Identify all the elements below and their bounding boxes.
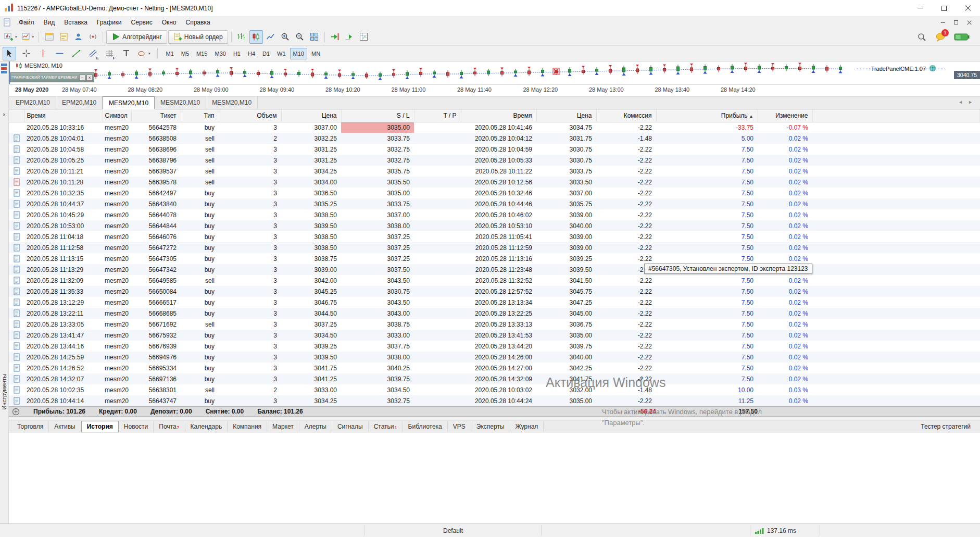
table-row[interactable]: 2020.05.28 11:35:33mesm2056650084buy3304… — [9, 286, 980, 297]
column-header[interactable]: Тикет — [131, 109, 181, 122]
table-row[interactable]: 2020.05.28 11:32:09mesm2056649585sell330… — [9, 275, 980, 286]
column-header[interactable]: Комиссия — [596, 109, 656, 122]
mdi-close-button[interactable] — [963, 18, 975, 27]
maximize-button[interactable] — [932, 0, 956, 16]
table-row[interactable]: 2020.05.28 10:02:35mesm2056638301sell230… — [9, 384, 980, 395]
toolbox-tab[interactable]: Активы — [49, 421, 81, 432]
chart-tab[interactable]: EPM20,M10 — [10, 96, 56, 109]
column-header[interactable]: Объем — [219, 109, 281, 122]
zoom-out-button[interactable] — [293, 30, 307, 44]
indicators-button[interactable] — [357, 30, 371, 44]
menu-item[interactable]: Файл — [14, 18, 39, 27]
search-button[interactable] — [915, 30, 928, 44]
table-row[interactable]: 2020.05.28 10:53:00mesm2056644844buy3303… — [9, 220, 980, 231]
strategy-tester-label[interactable]: Тестер стратегий — [921, 423, 980, 430]
timeframe-m5[interactable]: M5 — [178, 48, 192, 59]
column-header[interactable]: Цена — [281, 109, 341, 122]
timeframe-m15[interactable]: M15 — [193, 48, 210, 59]
table-row[interactable]: 2020.05.28 10:45:29mesm2056644078buy3303… — [9, 209, 980, 220]
table-row[interactable]: 2020.05.28 14:25:59mesm2056694976buy3303… — [9, 352, 980, 363]
chart-tab[interactable]: MESM20,M10 — [155, 96, 206, 109]
cursor-tool[interactable] — [3, 47, 16, 60]
close-button[interactable] — [956, 0, 980, 16]
channel-tool[interactable]: E — [86, 47, 99, 60]
table-row[interactable]: 2020.05.28 10:44:37mesm2056643840buy3303… — [9, 198, 980, 209]
chart-tab[interactable]: MESM20,M10 — [206, 96, 258, 109]
toolbox-side-label[interactable]: Инструменты — [1, 374, 7, 410]
crosshair-tool[interactable] — [19, 47, 33, 60]
table-row[interactable]: 2020.05.28 11:13:15mesm2056647305buy3303… — [9, 253, 980, 264]
algo-trading-button[interactable]: Алготрейдинг — [106, 30, 167, 44]
timeframe-h4[interactable]: H4 — [245, 48, 258, 59]
timer-minimize-button[interactable]: – — [79, 74, 85, 81]
tab-scroll-left-button[interactable]: ◄ — [958, 99, 963, 105]
timeframe-m30[interactable]: M30 — [211, 48, 229, 59]
table-row[interactable]: 2020.05.28 10:44:14mesm2056643747buy3303… — [9, 395, 980, 406]
column-header[interactable]: Цена — [536, 109, 596, 122]
toolbox-tab[interactable]: Сигналы — [332, 421, 369, 432]
toolbox-tab[interactable]: VPS — [448, 421, 471, 432]
toolbox-button[interactable] — [86, 30, 99, 44]
toolbox-close-button[interactable]: × — [1, 111, 7, 118]
menu-item[interactable]: Графики — [92, 18, 127, 27]
new-order-button[interactable]: Новый ордер — [168, 30, 228, 44]
table-row[interactable]: 2020.05.28 10:04:58mesm2056638696sell330… — [9, 144, 980, 155]
column-header[interactable]: T / P — [414, 109, 461, 122]
profile-status-cell[interactable]: Default — [365, 525, 542, 536]
toolbox-tab[interactable]: Компания — [228, 421, 267, 432]
profiles-button[interactable]: ▾ — [20, 30, 36, 44]
timeframe-w1[interactable]: W1 — [274, 48, 289, 59]
candlestick-canvas[interactable] — [10, 61, 980, 84]
notifications-button[interactable]: 1 — [934, 30, 947, 44]
data-window-button[interactable] — [57, 30, 70, 44]
table-row[interactable]: 2020.05.28 10:33:16mesm2056642578buy3303… — [9, 122, 980, 133]
column-header[interactable]: Тип — [181, 109, 219, 122]
column-header[interactable]: S / L — [341, 109, 414, 122]
toolbox-tab[interactable]: Журнал — [510, 421, 544, 432]
zoom-in-button[interactable] — [279, 30, 292, 44]
fibo-tool[interactable]: F — [103, 47, 116, 60]
timeframe-m1[interactable]: M1 — [163, 48, 177, 59]
horizontal-line-tool[interactable] — [53, 47, 66, 60]
toolbox-tab[interactable]: Библиотека — [403, 421, 448, 432]
chart-tab[interactable]: MESM20,M10 — [103, 96, 155, 109]
toolbox-tab[interactable]: Эксперты — [471, 421, 510, 432]
menu-item[interactable]: Справка — [181, 18, 215, 27]
timeframe-m10[interactable]: M10 — [290, 48, 307, 59]
trendline-tool[interactable] — [69, 47, 83, 60]
mdi-minimize-button[interactable] — [937, 18, 949, 27]
connection-indicator[interactable] — [952, 30, 971, 44]
auto-scroll-button[interactable] — [343, 30, 356, 44]
timeframe-mn[interactable]: MN — [308, 48, 323, 59]
minimize-button[interactable] — [908, 0, 932, 16]
chart-shift-button[interactable] — [328, 30, 342, 44]
table-row[interactable]: 2020.05.28 10:04:01mesm2056638508sell230… — [9, 133, 980, 144]
timeframe-d1[interactable]: D1 — [259, 48, 273, 59]
line-chart-button[interactable] — [264, 30, 278, 44]
candles-chart-button[interactable] — [249, 30, 263, 44]
menu-item[interactable]: Вставка — [59, 18, 92, 27]
table-row[interactable]: 2020.05.28 11:13:29mesm2056647342buy3303… — [9, 264, 980, 275]
navigator-button[interactable] — [71, 30, 85, 44]
menu-item[interactable]: Вид — [39, 18, 60, 27]
shapes-tool[interactable]: ▾ — [136, 47, 152, 60]
globe-icon[interactable] — [929, 65, 936, 73]
toolbox-tab[interactable]: История — [81, 421, 119, 432]
toolbox-tab[interactable]: Алерты — [299, 421, 332, 432]
table-row[interactable]: 2020.05.28 13:12:29mesm2056666517buy3304… — [9, 297, 980, 308]
bars-chart-button[interactable] — [235, 30, 248, 44]
column-header[interactable]: Время — [24, 109, 103, 122]
toolbox-tab[interactable]: Статьи1 — [369, 421, 403, 432]
column-header[interactable]: Время — [461, 109, 536, 122]
table-row[interactable]: 2020.05.28 11:04:18mesm2056646076buy3303… — [9, 231, 980, 242]
column-header[interactable]: Изменение — [758, 109, 812, 122]
toolbox-tab[interactable]: Маркет — [267, 421, 299, 432]
table-row[interactable]: 2020.05.28 13:44:16mesm2056676939buy3303… — [9, 341, 980, 352]
table-row[interactable]: 2020.05.28 11:12:58mesm2056647272buy3303… — [9, 242, 980, 253]
timeframe-h1[interactable]: H1 — [230, 48, 244, 59]
table-row[interactable]: 2020.05.28 13:33:05mesm2056671692sell330… — [9, 319, 980, 330]
column-header[interactable]: Прибыль▲ — [656, 109, 758, 122]
timer-subwindow[interactable]: ГРАФИЧЕСКИЙ ТАЙМЕР ВРЕМЕНИ – x — [10, 72, 94, 82]
toolbox-tab[interactable]: Новости — [119, 421, 154, 432]
column-header[interactable]: Символ — [103, 109, 131, 122]
